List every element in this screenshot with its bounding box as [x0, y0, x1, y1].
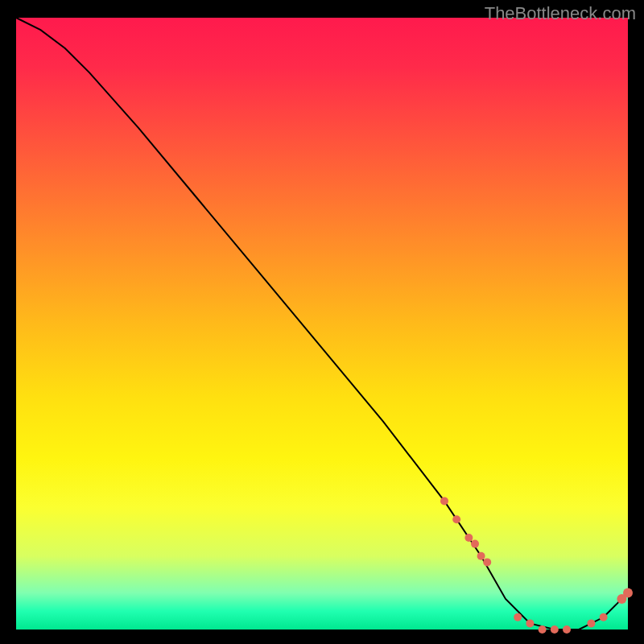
data-point [440, 497, 448, 505]
data-point [539, 625, 547, 634]
data-points-group [440, 497, 633, 634]
data-point [600, 613, 608, 621]
bottleneck-curve [16, 18, 628, 630]
data-point [452, 515, 460, 523]
chart-plot-area [16, 18, 628, 630]
data-point [477, 552, 485, 560]
data-point [526, 619, 534, 627]
data-point [514, 613, 522, 621]
data-point [551, 625, 559, 634]
chart-svg [16, 18, 628, 630]
data-point [563, 625, 571, 634]
data-point [483, 558, 491, 566]
watermark-text: TheBottleneck.com [485, 3, 636, 24]
data-point [464, 534, 473, 542]
data-point [623, 588, 633, 597]
data-point [471, 540, 479, 548]
data-point [587, 619, 595, 627]
